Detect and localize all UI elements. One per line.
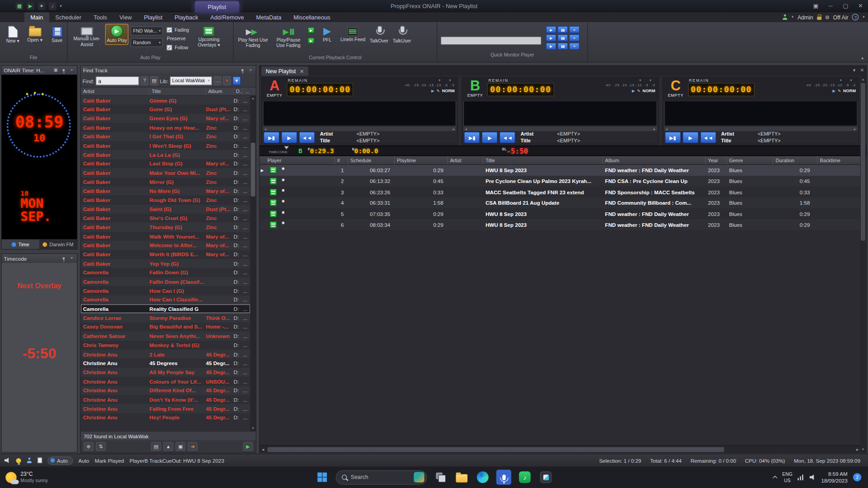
pin-icon[interactable] (241, 69, 244, 71)
edge-button[interactable] (475, 470, 490, 485)
search-input[interactable]: a (96, 76, 139, 85)
find-track-row[interactable]: Caiti Baker I Got That (G) Zinc D: ... (81, 132, 250, 141)
find-track-row[interactable]: Caiti Baker Heavy on my Hear... Zinc D: … (81, 123, 250, 132)
deck-playpause-button[interactable]: ▶▮ (264, 131, 280, 143)
column-header-schedule[interactable]: Schedule (348, 156, 395, 164)
find-track-row[interactable]: Christine Anu 2 Late 45 Degr... D: ... (81, 350, 250, 359)
find-track-row[interactable]: Caiti Baker Saint (G) Dust (Pt... D: ... (81, 205, 250, 214)
track-d-cell[interactable]: D: (231, 279, 241, 285)
copy-icon[interactable]: ▣ (175, 442, 185, 451)
monitor-player-input[interactable] (441, 37, 542, 45)
monitor-pause-button[interactable]: ▮▮ (557, 42, 568, 50)
track-d-cell[interactable]: D: (231, 324, 241, 330)
column-header-d[interactable]: D.. (234, 87, 243, 95)
close-icon[interactable]: ✕ (853, 0, 868, 12)
scrollbar-thumb[interactable] (861, 83, 865, 241)
pin-icon[interactable] (62, 69, 65, 71)
track-d-cell[interactable]: D: (231, 297, 241, 303)
dock-icon[interactable]: ▣ (52, 67, 58, 74)
track-d-cell[interactable]: D: (231, 106, 241, 112)
track-d-cell[interactable]: D: (231, 360, 241, 366)
auto-mode-label[interactable]: Auto (78, 457, 89, 463)
track-d-cell[interactable]: D: (231, 197, 241, 203)
close-icon[interactable]: × (69, 67, 75, 74)
ribbon-tab[interactable]: Playlist (138, 12, 169, 22)
column-header-artist[interactable]: Artist (81, 87, 150, 95)
display-switch-icon[interactable]: ▣ (808, 0, 823, 12)
deck-mini-play-icon[interactable]: ▶ (431, 89, 434, 94)
auto-play-button[interactable]: ▶Auto Play (105, 24, 129, 45)
filter-icon[interactable]: ▼ (232, 76, 241, 85)
playlist-row[interactable]: ▶ * 3 06:23:26 0:33 MACC Seatbelts Tagge… (259, 187, 861, 197)
tab-darwin-fm[interactable]: Darwin FM (39, 239, 77, 249)
track-more-cell[interactable]: ... (241, 369, 250, 375)
track-more-cell[interactable]: ... (241, 224, 250, 230)
track-more-cell[interactable]: ... (241, 406, 250, 412)
paste-icon[interactable]: ▤ (150, 76, 158, 85)
track-more-cell[interactable]: ... (241, 387, 250, 393)
preserve-option[interactable]: Preserve (167, 35, 189, 42)
timecode-slider-handle[interactable] (284, 146, 289, 149)
scroll-right-icon[interactable]: ► (653, 127, 656, 131)
playlist-row[interactable]: ▶ * 4 06:33:31 1:58 CSA BillBoard 21 Aug… (259, 197, 861, 208)
find-track-row[interactable]: Camorella Fallin Down (G) D: ... (81, 268, 250, 277)
find-track-row[interactable]: Chris Tamwoy Monkey & Tortol (G) D: ... (81, 341, 250, 350)
deck-scroll-strip[interactable]: ◄► (664, 127, 858, 131)
track-more-cell[interactable]: ... (241, 215, 250, 221)
monitor-list-button[interactable]: ≡ (569, 42, 580, 50)
mini-play-icon[interactable]: ▶ (308, 38, 315, 43)
find-track-row[interactable]: Christine Anu Colours of Your Lif... UNS… (81, 377, 250, 386)
track-more-cell[interactable]: ... (241, 351, 250, 357)
deck-dropdown-icons[interactable]: ▾ ▾ (439, 79, 455, 83)
context-tab-group[interactable]: Playlist (195, 1, 239, 12)
find-track-row[interactable]: Caiti Baker Welcome to After... Mary of.… (81, 241, 250, 250)
column-header-album[interactable]: Album (206, 87, 234, 95)
offair-label[interactable]: Off Air (833, 14, 849, 20)
find-track-row[interactable]: Caiti Baker Mirror (G) Zinc D: ... (81, 177, 250, 186)
help-button[interactable]: ? (852, 14, 859, 21)
track-d-cell[interactable]: D: (231, 306, 241, 312)
track-more-cell[interactable]: ... (241, 251, 250, 257)
track-more-cell[interactable]: ... (241, 161, 250, 167)
volume-icon[interactable] (5, 458, 10, 463)
track-d-cell[interactable]: D: (231, 133, 241, 139)
task-view-button[interactable] (433, 470, 448, 485)
tab-time[interactable]: Time (2, 239, 39, 249)
track-more-cell[interactable]: ... (241, 269, 250, 275)
track-d-cell[interactable]: D: (231, 215, 241, 221)
deck-dropdown-icons[interactable]: ▾ ▾ (639, 79, 655, 83)
track-d-cell[interactable]: D: (231, 260, 241, 266)
track-more-cell[interactable]: ... (241, 378, 250, 384)
column-header-album[interactable]: Album (603, 156, 706, 164)
track-d-cell[interactable]: D: (231, 342, 241, 348)
deck-cue-button[interactable]: ◄◄ (299, 131, 315, 143)
track-d-cell[interactable]: D: (231, 396, 241, 402)
save-button[interactable]: Save (47, 24, 68, 45)
mini-play-icon[interactable]: ▶ (308, 27, 315, 33)
track-d-cell[interactable]: D: (231, 161, 241, 167)
linein-feed-button[interactable]: LineIn Feed (339, 24, 367, 44)
play-pause-fading-button[interactable]: ▶Play/Pause Use Fading (271, 24, 306, 50)
track-more-cell[interactable]: ... (241, 288, 250, 294)
find-track-scrollbar[interactable]: ▲ ▼ (250, 96, 255, 431)
track-d-cell[interactable]: D: (231, 179, 241, 185)
close-icon[interactable]: ✕ (860, 67, 864, 73)
deck-playpause-button[interactable]: ▶▮ (464, 131, 481, 143)
close-tab-icon[interactable]: ✕ (300, 68, 304, 74)
track-more-cell[interactable]: ... (241, 115, 250, 121)
track-more-cell[interactable]: ... (241, 396, 250, 402)
column-header-player[interactable]: Player (259, 156, 335, 164)
monitor-list-button[interactable]: ≡ (569, 34, 580, 42)
ribbon-tab[interactable]: Scheduler (49, 12, 88, 22)
find-track-row[interactable]: Christine Anu Falling From Free 45 Degr.… (81, 404, 250, 413)
quick-access-dropdown-icon[interactable]: ▾ (60, 4, 61, 8)
find-track-row[interactable]: Catherine Satour Never Seen Anythi... Un… (81, 332, 250, 341)
open-button[interactable]: Open ▾ (24, 24, 46, 44)
scroll-left-icon[interactable]: ◄ (665, 127, 668, 131)
find-track-row[interactable]: Christine Anu Don't Ya Know (It'... 45 D… (81, 395, 250, 404)
hidden-icons-chevron[interactable] (773, 476, 777, 480)
playlist-row[interactable]: ▶ * 2 06:13:32 0:45 Pre Cyclone Clean Up… (259, 176, 861, 187)
find-track-row[interactable]: Caiti Baker Rough Old Town (G) Zinc D: .… (81, 196, 250, 205)
pin-icon[interactable] (62, 257, 65, 259)
autoplay-mode-combo[interactable]: Random▾ (131, 38, 163, 47)
